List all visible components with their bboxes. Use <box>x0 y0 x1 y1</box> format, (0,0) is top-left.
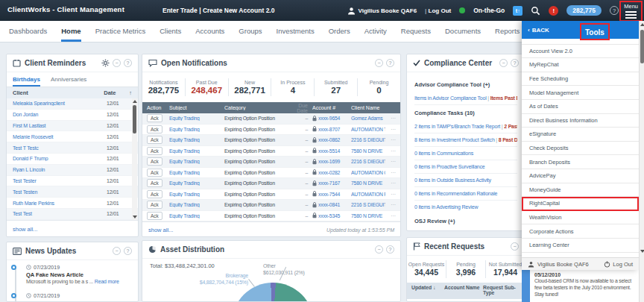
nav-item[interactable]: Documents <box>445 21 481 42</box>
collapse-icon[interactable]: − <box>113 247 121 255</box>
notification-subject-link[interactable]: Equity Trading <box>169 127 224 132</box>
reminders-show-all-link[interactable]: show all... <box>13 226 37 233</box>
ack-button[interactable]: Ack <box>147 157 162 166</box>
reminder-client-link[interactable]: Test Testen <box>13 189 107 195</box>
sidebar-item[interactable]: Account View 2.0 <box>522 45 639 59</box>
row-more-icon[interactable]: ··· <box>385 202 396 207</box>
sidebar-item[interactable]: Corporate Actions <box>522 224 639 239</box>
sidebar-item[interactable]: Learning Center <box>522 239 639 253</box>
column-header-account-name[interactable]: Account Name <box>444 285 483 297</box>
notification-account-link[interactable]: xxxx-0841 <box>318 202 340 207</box>
ack-button[interactable]: Ack <box>147 190 162 198</box>
compliance-task-link[interactable]: 2 items in TAMP's/Branch Trade Report <box>414 124 500 129</box>
nav-item[interactable]: Requests <box>401 21 431 42</box>
sidebar-item[interactable]: AdvicePay <box>522 169 639 183</box>
collapse-icon[interactable]: − <box>375 245 383 254</box>
advisor-compliance-header[interactable]: Advisor Compliance Tool (+) <box>414 77 517 92</box>
notification-subject-link[interactable]: Equity Trading <box>169 137 224 142</box>
notification-subject-link[interactable]: Equity Trading <box>169 170 224 175</box>
reminder-client-link[interactable]: First M Lastlast <box>13 123 107 128</box>
scroll-up-icon[interactable] <box>640 23 644 26</box>
trade-ticker-icon[interactable]: t↑ <box>513 6 523 16</box>
reminder-client-link[interactable]: Test Tester <box>13 178 107 183</box>
notification-client-link[interactable]: 7580 N DRIVE <box>351 180 385 186</box>
row-more-icon[interactable]: ··· <box>385 159 396 164</box>
user-menu[interactable]: Vigilius Booke QAF6 <box>347 7 417 15</box>
ack-button[interactable]: Ack <box>147 125 162 133</box>
onthego-toggle[interactable]: On-the-Go <box>473 7 505 14</box>
sidebar-item[interactable]: MoneyGuide <box>522 183 639 198</box>
sidebar-item[interactable]: Direct Business Information <box>522 114 639 128</box>
notification-client-link[interactable]: 7580 N DRIVE <box>351 213 385 218</box>
collapse-icon[interactable]: − <box>511 242 519 251</box>
notification-subject-link[interactable]: Equity Trading <box>169 192 224 197</box>
nav-item[interactable]: Accounts <box>195 21 224 42</box>
notification-subject-link[interactable]: Equity Trading <box>169 180 224 186</box>
panel-help-icon[interactable]: ? <box>386 245 394 254</box>
nav-item[interactable]: Investments <box>277 21 315 42</box>
panel-help-icon[interactable]: ? <box>386 59 394 67</box>
sidebar-item[interactable]: Fee Scheduling <box>522 72 639 86</box>
sidebar-logout-button[interactable]: Log Out <box>604 261 633 268</box>
nav-item[interactable]: Activity <box>364 21 387 42</box>
notification-client-link[interactable]: AUTOMATION FIVE <box>351 192 385 197</box>
help-icon[interactable]: ? <box>610 6 619 15</box>
sidebar-item[interactable]: Model Management <box>522 86 639 100</box>
task-pastdue[interactable]: 2 Past Due <box>504 124 517 129</box>
row-more-icon[interactable]: ··· <box>385 170 396 175</box>
notification-client-link[interactable]: AUTOMATION ONE <box>351 170 385 175</box>
reminders-tab[interactable]: Anniversaries <box>51 76 86 86</box>
ack-button[interactable]: Ack <box>147 169 162 177</box>
notification-subject-link[interactable]: Equity Trading <box>169 202 224 207</box>
column-header-subject[interactable]: Subject <box>169 105 224 110</box>
ack-button[interactable]: Ack <box>147 179 162 187</box>
notification-account-link[interactable]: xxxx-0282 <box>318 170 340 175</box>
compliance-task-link[interactable]: 0 items in Communications <box>414 151 473 156</box>
ack-button[interactable]: Ack <box>147 201 162 209</box>
column-header-due-date[interactable]: Due Date <box>288 103 312 113</box>
row-more-icon[interactable]: ··· <box>385 148 396 154</box>
search-icon[interactable] <box>531 6 540 16</box>
nav-item[interactable]: Reports <box>495 21 520 42</box>
logout-link[interactable]: | Log Out <box>425 7 451 14</box>
compliance-task-link[interactable]: 0 items in Recommendation Rationale <box>414 191 497 196</box>
column-header-request-subtype[interactable]: Request Sub-Type <box>483 285 520 297</box>
panel-help-icon[interactable]: ? <box>511 59 519 67</box>
collapse-icon[interactable]: − <box>113 59 121 67</box>
osj-review-header[interactable]: OSJ Review (+) <box>414 213 517 228</box>
sort-asc-icon[interactable]: ↑ <box>129 89 132 96</box>
column-header-action[interactable]: Action <box>147 105 169 110</box>
sidebar-item[interactable]: WealthVision <box>522 211 639 225</box>
nav-item[interactable]: Practice Metrics <box>95 21 146 42</box>
scroll-down-icon[interactable] <box>640 250 644 253</box>
reminder-client-link[interactable]: Ruth Marie Perkins <box>13 201 107 206</box>
read-more-link[interactable]: Read more <box>95 279 119 284</box>
notification-account-link[interactable]: xxxx-5514 <box>318 148 340 154</box>
notifications-show-all-link[interactable]: show all... <box>148 227 173 233</box>
nav-item[interactable]: Dashboards <box>9 21 47 42</box>
back-button[interactable]: ‹ BACK <box>528 27 549 34</box>
enter-trade-link[interactable]: Enter Trade <box>162 7 198 14</box>
notification-account-link[interactable]: xxxx-7167 <box>318 180 340 186</box>
reminders-scrollbar[interactable] <box>132 98 137 220</box>
row-more-icon[interactable]: ··· <box>385 127 396 132</box>
scrollbar-thumb[interactable] <box>640 30 644 63</box>
notification-subject-link[interactable]: Equity Trading <box>169 116 224 121</box>
notification-client-link[interactable]: AUTOMATION THREE <box>351 127 385 132</box>
notification-account-link[interactable]: xxxx-9654 <box>318 116 340 121</box>
row-more-icon[interactable]: ··· <box>385 213 396 218</box>
task-pastdue[interactable]: 8 Past Due <box>499 137 517 142</box>
hamburger-menu-icon[interactable] <box>625 11 637 19</box>
panel-help-icon[interactable]: ? <box>124 59 132 67</box>
collapse-icon[interactable]: − <box>499 59 508 67</box>
notification-client-link[interactable]: Gomez Adams <box>351 116 385 121</box>
sidebar-item[interactable]: Check Deposits <box>522 142 639 156</box>
scroll-up-icon[interactable] <box>133 100 137 103</box>
compliance-tasks-header[interactable]: Compliance Tasks (10) <box>414 105 517 120</box>
ack-button[interactable]: Ack <box>147 114 162 122</box>
create-new-account-link[interactable]: Create New Account 2.0 <box>203 7 275 14</box>
compliance-task-link[interactable]: 0 items in Proactive Surveillance <box>414 164 485 169</box>
ack-button[interactable]: Ack <box>147 212 162 220</box>
ack-button[interactable]: Ack <box>147 136 162 144</box>
advisor-pastdue[interactable]: Items Past Due <box>490 95 517 101</box>
